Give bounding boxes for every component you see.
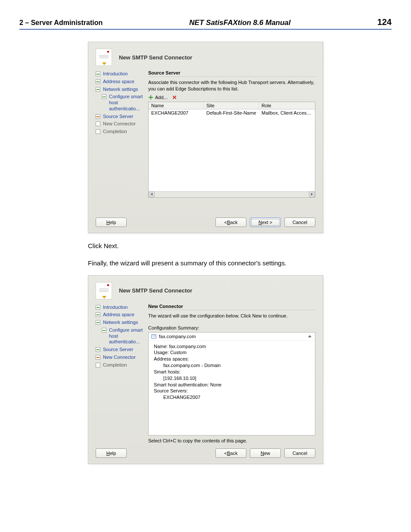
wizard-logo-icon [96,49,112,66]
help-button[interactable]: Help [96,218,127,227]
nav-step-source-server[interactable]: Source Server [96,346,146,354]
pending-step-icon [96,129,100,134]
summary-line: [192.168.10.10] [154,375,310,382]
x-icon [172,95,177,100]
remove-button[interactable] [172,95,177,100]
summary-line: Source Servers: [154,388,310,394]
wizard-logo-icon [96,282,112,299]
checkmark-icon [96,347,100,352]
scroll-left-button[interactable] [149,192,155,197]
summary-line: Smart host authentication: None [154,382,310,388]
content-description: Associate this connector with the follow… [148,79,315,92]
nav-step-completion: Completion [96,361,146,369]
col-name[interactable]: Name [149,102,204,109]
wizard-nav: Introduction Address space Network setti… [96,70,146,200]
checkmark-icon [96,312,100,317]
manual-title: NET SatisFAXtion 8.6 Manual [103,19,377,27]
grid-header: Name Site Role [149,102,315,109]
nav-step-new-connector[interactable]: New Connector [96,354,146,361]
wizard-dialog-source-server: New SMTP Send Connector Introduction Add… [88,42,323,233]
summary-line: Smart hosts: [154,369,310,375]
scroll-right-button[interactable] [309,192,315,197]
content-heading: New Connector [148,304,315,310]
triangle-left-icon [151,193,153,196]
current-step-icon [96,355,100,360]
summary-body: Name: fax.company.com Usage: Custom Addr… [149,341,315,404]
help-button[interactable]: Help [96,448,127,458]
grid-toolbar: Add... [148,95,315,100]
chevron-up-icon[interactable] [308,335,311,337]
col-site[interactable]: Site [204,102,259,109]
nav-step-source-server[interactable]: Source Server [96,113,146,121]
checkmark-icon [102,94,106,99]
page-header: 2 – Server Administration NET SatisFAXti… [19,17,392,30]
checkmark-icon [96,320,100,325]
nav-step-address-space[interactable]: Address space [96,78,146,86]
wizard-nav: Introduction Address space Network setti… [96,304,146,443]
col-role[interactable]: Role [259,102,315,109]
current-step-icon [96,114,100,119]
wizard-title: New SMTP Send Connector [119,54,192,61]
plus-icon [148,95,153,100]
back-button[interactable]: < Back [215,448,246,458]
nav-step-introduction[interactable]: Introduction [96,70,146,78]
new-button[interactable]: New [250,448,281,458]
copy-hint: Select Ctrl+C to copy the contents of th… [148,438,315,443]
servers-grid[interactable]: Name Site Role EXCHANGE2007 Default-Firs… [148,102,315,198]
cell-name: EXCHANGE2007 [149,109,204,116]
summary-line: Usage: Custom [154,349,310,356]
pending-step-icon [96,363,100,367]
cancel-button[interactable]: Cancel [284,448,315,458]
checkmark-icon [102,328,106,333]
add-button[interactable]: Add... [148,95,168,100]
instruction-line-1: Click Next. [88,241,323,251]
manual-body-text: Click Next. Finally, the wizard will pre… [88,241,323,268]
config-summary-box: fax.company.com Name: fax.company.com Us… [148,332,315,436]
summary-line: fax.company.com - Domain [154,362,310,369]
summary-line: Name: fax.company.com [154,343,310,350]
cell-site: Default-First-Site-Name [204,109,259,116]
add-button-label: Add... [155,95,168,100]
summary-header[interactable]: fax.company.com [149,333,315,341]
nav-step-new-connector: New Connector [96,120,146,128]
nav-step-introduction[interactable]: Introduction [96,304,146,311]
nav-step-network-settings[interactable]: Network settings [96,319,146,327]
content-description: The wizard will use the configuration be… [148,313,315,319]
content-heading: Source Server [148,70,315,77]
cancel-button[interactable]: Cancel [284,218,315,227]
triangle-right-icon [311,193,313,196]
nav-step-smart-host-auth[interactable]: Configure smart host authenticatio... [96,93,146,112]
summary-line: Address spaces: [154,356,310,362]
mail-icon [151,334,156,339]
nav-step-address-space[interactable]: Address space [96,311,146,319]
nav-step-smart-host-auth[interactable]: Configure smart host authenticatio... [96,327,146,346]
wizard-title: New SMTP Send Connector [119,287,192,294]
config-summary-label: Configuration Summary: [148,325,315,330]
checkmark-icon [96,79,100,84]
horizontal-scrollbar[interactable] [149,191,315,197]
grid-row[interactable]: EXCHANGE2007 Default-First-Site-Name Mai… [149,109,315,116]
cell-role: Mailbox, Client Access, Un [259,109,315,116]
checkmark-icon [96,87,100,92]
next-button[interactable]: Next > [250,218,281,227]
pending-step-icon [96,121,100,126]
summary-line: EXCHANGE2007 [154,394,310,401]
chapter-label: 2 – Server Administration [19,19,103,27]
back-button[interactable]: < Back [215,218,246,227]
page-number: 124 [377,17,392,27]
nav-step-network-settings[interactable]: Network settings [96,86,146,93]
summary-title: fax.company.com [159,334,196,339]
instruction-line-2: Finally, the wizard will present a summa… [88,258,323,268]
wizard-dialog-new-connector: New SMTP Send Connector Introduction Add… [88,275,323,464]
nav-step-completion: Completion [96,128,146,136]
checkmark-icon [96,305,100,310]
checkmark-icon [96,72,100,76]
